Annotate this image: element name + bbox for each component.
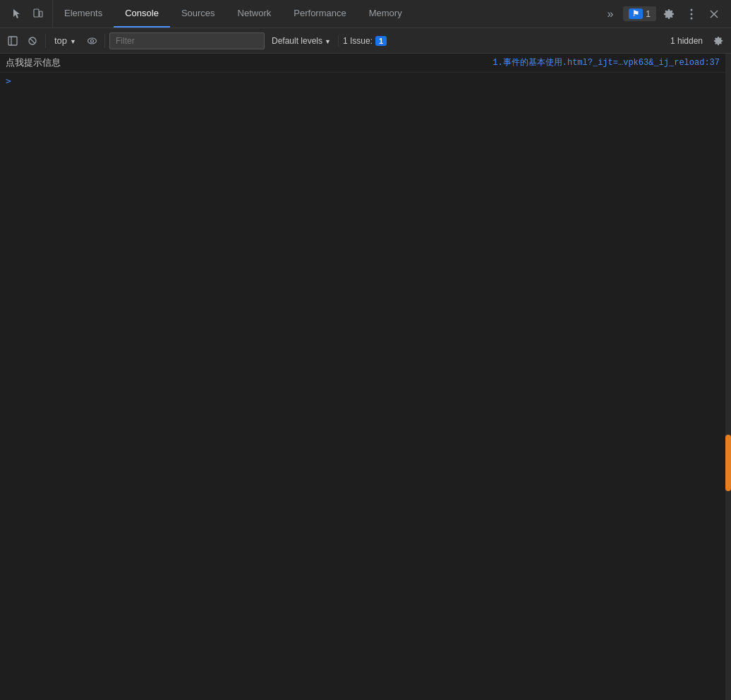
hidden-messages-button[interactable]: 1 hidden [666, 35, 707, 47]
svg-point-12 [90, 40, 93, 42]
toolbar-divider-1 [45, 34, 46, 48]
tab-performance[interactable]: Performance [282, 0, 357, 28]
tab-sources[interactable]: Sources [170, 0, 226, 28]
svg-point-2 [691, 8, 693, 11]
more-options-button[interactable] [682, 4, 701, 24]
console-expand-arrow[interactable]: > [0, 73, 731, 89]
console-content: 点我提示信息 1.事件的基本使用.html?_ijt=…vpk63&_ij_re… [0, 54, 731, 700]
issues-badge-icon: ⚑ [629, 8, 643, 19]
context-chevron-icon [70, 35, 76, 46]
svg-line-10 [30, 38, 35, 43]
svg-point-3 [691, 13, 693, 15]
tab-memory[interactable]: Memory [358, 0, 413, 28]
svg-rect-1 [40, 11, 42, 17]
tab-bar-right: ⚑ 1 [619, 4, 728, 24]
default-levels-button[interactable]: Default levels [267, 35, 335, 47]
clear-console-button[interactable] [24, 32, 41, 49]
svg-point-11 [87, 38, 96, 44]
log-message: 点我提示信息 [6, 56, 61, 69]
issues-count-badge: 1 [375, 36, 387, 46]
issues-badge-button[interactable]: ⚑ 1 [623, 6, 656, 21]
log-source-link[interactable]: 1.事件的基本使用.html?_ijt=…vpk63&_ij_reload:37 [493, 56, 725, 68]
toolbar-divider-2 [104, 34, 105, 48]
tab-network[interactable]: Network [226, 0, 283, 28]
context-selector[interactable]: top [50, 34, 80, 47]
devtools-icons [3, 0, 53, 28]
console-toolbar: top Default levels 1 Issue: 1 1 hidden [0, 28, 731, 54]
tab-elements[interactable]: Elements [53, 0, 114, 28]
scrollbar-track[interactable] [725, 54, 731, 700]
tab-console[interactable]: Console [114, 0, 170, 28]
device-toolbar-button[interactable] [28, 4, 48, 24]
filter-input[interactable] [109, 32, 265, 49]
live-expressions-button[interactable] [83, 32, 100, 49]
issues-button[interactable]: 1 Issue: 1 [338, 35, 391, 47]
console-log-row: 点我提示信息 1.事件的基本使用.html?_ijt=…vpk63&_ij_re… [0, 54, 731, 73]
console-settings-button[interactable] [710, 32, 727, 49]
svg-rect-0 [34, 9, 39, 17]
svg-point-4 [691, 17, 693, 19]
close-button[interactable] [704, 4, 724, 24]
main-tabs: Elements Console Sources Network Perform… [53, 0, 601, 28]
tab-bar: Elements Console Sources Network Perform… [0, 0, 731, 28]
scrollbar-thumb[interactable] [725, 435, 731, 491]
inspect-element-button[interactable] [7, 4, 27, 24]
levels-chevron-icon [325, 36, 331, 46]
settings-button[interactable] [659, 4, 679, 24]
more-tabs-button[interactable]: » [601, 8, 619, 20]
sidebar-toggle-button[interactable] [4, 32, 21, 49]
svg-rect-7 [8, 37, 17, 45]
